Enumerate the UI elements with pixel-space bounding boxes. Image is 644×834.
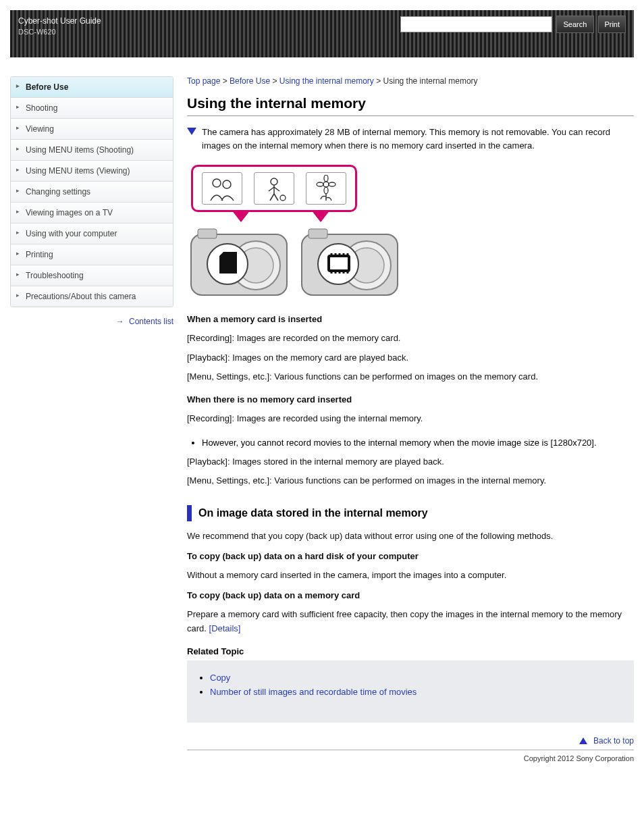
related-item: Copy xyxy=(210,673,624,683)
when-card-play: [Playback]: Images on the memory card ar… xyxy=(187,351,634,365)
svg-line-6 xyxy=(269,187,274,191)
sidebar-item-menu-shooting[interactable]: Using MENU items (Shooting) xyxy=(11,140,173,161)
when-none-menu: [Menu, Settings, etc.]: Various function… xyxy=(187,474,634,488)
when-none-rec: [Recording]: Images are recorded using t… xyxy=(187,412,634,425)
sidebar-item-viewing[interactable]: Viewing xyxy=(11,119,173,140)
sidebar-item-printing[interactable]: Printing xyxy=(11,244,173,265)
camera-card-icon xyxy=(188,226,290,302)
back-to-top-link[interactable]: Back to top xyxy=(593,736,634,746)
sidebar-item-label: Before Use xyxy=(26,82,68,92)
sidebar-item-label: Precautions/About this camera xyxy=(26,292,136,301)
sidebar-item-precautions[interactable]: Precautions/About this camera xyxy=(11,286,173,307)
search-button[interactable]: Search xyxy=(556,16,595,33)
sidebar-item-label: Printing xyxy=(26,250,53,259)
photo-child-icon xyxy=(254,172,294,205)
related-box: Copy Number of still images and recordab… xyxy=(187,660,634,723)
breadcrumb-sep: > xyxy=(223,76,230,86)
related-item: Number of still images and recordable ti… xyxy=(210,687,624,697)
photo-balloon xyxy=(191,165,357,212)
svg-point-13 xyxy=(329,182,336,186)
breadcrumb-leaf: Using the internal memory xyxy=(383,76,478,86)
triangle-down-icon xyxy=(187,128,196,135)
sidebar-item-label: Viewing images on a TV xyxy=(26,208,113,217)
svg-point-9 xyxy=(323,182,329,187)
sidebar-item-changing-settings[interactable]: Changing settings xyxy=(11,182,173,203)
svg-line-7 xyxy=(274,187,279,191)
breadcrumb-sep: > xyxy=(272,76,279,86)
details-link[interactable]: [Details] xyxy=(209,623,241,633)
intro-block: The camera has approximately 28 MB of in… xyxy=(187,126,634,158)
tail-icon xyxy=(232,210,250,222)
svg-point-0 xyxy=(213,179,221,187)
nav-list: Before Use Shooting Viewing Using MENU i… xyxy=(10,76,173,307)
sidebar-item-label: Using MENU items (Shooting) xyxy=(26,145,134,155)
svg-line-5 xyxy=(274,194,278,201)
breadcrumb-cat[interactable]: Before Use xyxy=(230,76,270,86)
sidebar-item-before-use[interactable]: Before Use xyxy=(11,77,173,98)
backup-pc-head: To copy (back up) data on a hard disk of… xyxy=(187,551,419,561)
sidebar-item-shooting[interactable]: Shooting xyxy=(11,98,173,119)
backup-card-body: Prepare a memory card with sufficient fr… xyxy=(187,608,634,635)
sidebar-item-label: Using with your computer xyxy=(26,229,117,238)
sidebar-item-label: Shooting xyxy=(26,103,57,113)
backup-card-head: To copy (back up) data on a memory card xyxy=(187,590,360,600)
header-title-block: Cyber-shot User Guide DSC-W620 xyxy=(18,16,101,37)
photo-flower-icon xyxy=(306,172,346,205)
contents-list-row: → Contents list xyxy=(10,317,173,326)
sidebar-item-computer[interactable]: Using with your computer xyxy=(11,224,173,244)
svg-point-24 xyxy=(318,244,358,284)
subheading: On image data stored in the internal mem… xyxy=(198,507,428,519)
related-link-copy[interactable]: Copy xyxy=(210,673,230,683)
guide-title: Cyber-shot User Guide xyxy=(18,16,101,27)
backup-card-body-text: Prepare a memory card with sufficient fr… xyxy=(187,609,622,633)
svg-rect-16 xyxy=(198,229,217,238)
svg-rect-21 xyxy=(308,229,327,238)
main-content: Top page > Before Use > Using the intern… xyxy=(187,76,634,762)
footer-divider xyxy=(187,750,634,750)
note-list: However, you cannot record movies to the… xyxy=(202,436,634,450)
when-card-rec: [Recording]: Images are recorded on the … xyxy=(187,332,634,345)
backup-pc-body: Without a memory card inserted in the ca… xyxy=(187,569,634,582)
tail-icon xyxy=(311,210,330,222)
title-divider xyxy=(187,115,634,116)
photo-people-icon xyxy=(202,172,242,205)
breadcrumb-sub[interactable]: Using the internal memory xyxy=(279,76,374,86)
svg-point-12 xyxy=(317,182,323,186)
triangle-up-icon xyxy=(579,737,587,744)
when-card-head: When a memory card is inserted xyxy=(187,314,322,324)
svg-point-11 xyxy=(324,187,328,194)
sidebar-item-troubleshooting[interactable]: Troubleshooting xyxy=(11,265,173,286)
subheading-row: On image data stored in the internal mem… xyxy=(187,505,634,521)
sidebar-item-label: Using MENU items (Viewing) xyxy=(26,166,130,176)
breadcrumb-sep: > xyxy=(376,76,383,86)
intro-paragraph: The camera has approximately 28 MB of in… xyxy=(202,126,634,153)
sidebar: Before Use Shooting Viewing Using MENU i… xyxy=(10,76,173,762)
svg-point-10 xyxy=(324,175,328,182)
related-link-number[interactable]: Number of still images and recordable ti… xyxy=(210,687,417,697)
sidebar-item-tv[interactable]: Viewing images on a TV xyxy=(11,203,173,224)
balloon-tails xyxy=(232,210,634,222)
note-bullet: However, you cannot record movies to the… xyxy=(202,436,634,450)
breadcrumb-top[interactable]: Top page xyxy=(187,76,220,86)
sidebar-item-menu-viewing[interactable]: Using MENU items (Viewing) xyxy=(11,161,173,182)
illustration-figure xyxy=(187,165,634,302)
camera-memory-icon xyxy=(299,226,400,302)
breadcrumb: Top page > Before Use > Using the intern… xyxy=(187,76,634,86)
when-none-head: When there is no memory card inserted xyxy=(187,394,352,405)
search-input[interactable] xyxy=(400,16,552,32)
svg-line-4 xyxy=(270,194,274,201)
when-card-menu: [Menu, Settings, etc.]: Various function… xyxy=(187,370,634,384)
model-number: DSC-W620 xyxy=(18,27,101,37)
heading-bar-icon xyxy=(187,505,192,521)
subhead-para: We recommend that you copy (back up) dat… xyxy=(187,529,634,543)
print-button[interactable]: Print xyxy=(598,16,626,33)
header-bar: Cyber-shot User Guide DSC-W620 Search Pr… xyxy=(10,10,634,57)
svg-point-2 xyxy=(271,178,277,185)
sidebar-item-label: Troubleshooting xyxy=(26,271,84,280)
related-title: Related Topic xyxy=(187,646,634,656)
sidebar-item-label: Changing settings xyxy=(26,187,90,197)
when-none-play: [Playback]: Images stored in the interna… xyxy=(187,455,634,469)
svg-point-1 xyxy=(223,180,231,188)
contents-list-link[interactable]: Contents list xyxy=(129,317,173,326)
header-controls: Search Print xyxy=(400,16,626,33)
